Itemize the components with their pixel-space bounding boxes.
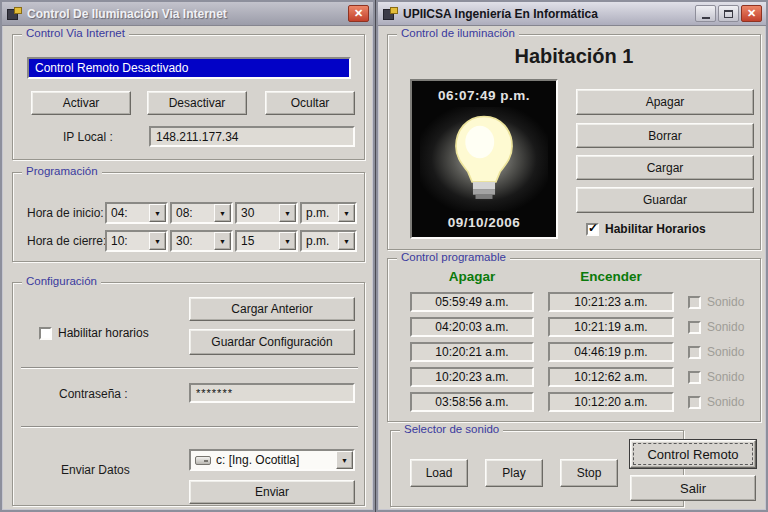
cierre-second-select[interactable]: 15 ▼ xyxy=(235,230,298,252)
group-label: Control de iluminación xyxy=(397,27,519,39)
window-upiicsa: UPIICSA Ingeniería En Informática ✕ Cont… xyxy=(376,0,768,512)
checkbox-box[interactable]: ✓ xyxy=(586,223,599,236)
clock-time: 06:07:49 p.m. xyxy=(412,88,556,103)
lamp-display-panel: 06:07:49 p.m. 09/10/2006 xyxy=(410,79,558,239)
app-icon xyxy=(383,7,398,21)
hora-cierre-label: Hora de cierre: xyxy=(27,234,106,248)
encender-time-field[interactable]: 04:46:19 p.m. xyxy=(548,342,674,362)
apagar-button[interactable]: Apagar xyxy=(576,89,754,115)
group-label: Control programable xyxy=(397,251,510,263)
guardar-button[interactable]: Guardar xyxy=(576,187,754,213)
window-control-iluminacion: Control De Iluminación Via Internet ✕ Co… xyxy=(0,0,375,512)
encender-time-field[interactable]: 10:12:20 a.m. xyxy=(548,392,674,412)
group-configuracion: Configuración Cargar Anterior Habilitar … xyxy=(12,282,365,506)
apagar-time-field[interactable]: 05:59:49 a.m. xyxy=(410,292,534,312)
group-label: Configuración xyxy=(22,275,101,287)
play-button[interactable]: Play xyxy=(485,459,543,487)
chevron-down-icon[interactable]: ▼ xyxy=(279,204,296,222)
cargar-anterior-button[interactable]: Cargar Anterior xyxy=(189,297,355,321)
sonido-checkbox: Sonido xyxy=(688,395,744,409)
encender-time-field[interactable]: 10:21:19 a.m. xyxy=(548,317,674,337)
chevron-down-icon[interactable]: ▼ xyxy=(214,204,231,222)
app-icon xyxy=(7,7,22,21)
close-icon[interactable]: ✕ xyxy=(348,5,369,22)
left-window-title: Control De Iluminación Via Internet xyxy=(27,7,346,21)
password-field[interactable]: ******* xyxy=(189,383,355,403)
guardar-configuracion-button[interactable]: Guardar Configuración xyxy=(189,329,355,355)
cierre-hour-select[interactable]: 10: ▼ xyxy=(105,230,168,252)
habilitar-horarios-checkbox-right[interactable]: ✓ Habilitar Horarios xyxy=(586,222,706,236)
chevron-down-icon[interactable]: ▼ xyxy=(214,232,231,250)
hora-inicio-label: Hora de inicio: xyxy=(27,206,104,220)
group-control-iluminacion: Control de iluminación Habitación 1 06:0… xyxy=(387,34,761,250)
close-icon[interactable]: ✕ xyxy=(741,5,762,22)
sonido-checkbox: Sonido xyxy=(688,370,744,384)
group-label: Selector de sonido xyxy=(400,423,503,435)
column-header-apagar: Apagar xyxy=(410,269,534,284)
group-label: Programación xyxy=(22,165,102,177)
inicio-ampm-select[interactable]: p.m. ▼ xyxy=(300,202,357,224)
minimize-icon[interactable] xyxy=(695,5,716,22)
chevron-down-icon[interactable]: ▼ xyxy=(338,232,355,250)
maximize-icon[interactable] xyxy=(718,5,739,22)
encender-time-field[interactable]: 10:21:23 a.m. xyxy=(548,292,674,312)
divider xyxy=(21,426,358,428)
desactivar-button[interactable]: Desactivar xyxy=(147,91,247,115)
ocultar-button[interactable]: Ocultar xyxy=(265,91,355,115)
status-text: Control Remoto Desactivado xyxy=(35,61,188,75)
cierre-ampm-select[interactable]: p.m. ▼ xyxy=(300,230,357,252)
status-banner: Control Remoto Desactivado xyxy=(27,57,351,79)
group-control-via-internet: Control Via Internet Control Remoto Desa… xyxy=(12,34,365,160)
stop-button[interactable]: Stop xyxy=(560,459,618,487)
sonido-checkbox: Sonido xyxy=(688,295,744,309)
enviar-datos-label: Enviar Datos xyxy=(61,463,130,477)
group-programacion: Programación Hora de inicio: 04: ▼ 08: ▼… xyxy=(12,172,365,262)
clock-date: 09/10/2006 xyxy=(412,215,556,230)
sonido-checkbox: Sonido xyxy=(688,320,744,334)
chevron-down-icon[interactable]: ▼ xyxy=(338,204,355,222)
enviar-button[interactable]: Enviar xyxy=(189,480,355,504)
right-window-title: UPIICSA Ingeniería En Informática xyxy=(403,7,693,21)
column-header-encender: Encender xyxy=(548,269,674,284)
contrasena-label: Contraseña : xyxy=(59,387,128,401)
borrar-button[interactable]: Borrar xyxy=(576,123,754,148)
chevron-down-icon[interactable]: ▼ xyxy=(279,232,296,250)
chevron-down-icon[interactable]: ▼ xyxy=(149,204,166,222)
drive-icon xyxy=(195,456,211,465)
apagar-time-field[interactable]: 03:58:56 a.m. xyxy=(410,392,534,412)
inicio-minute-select[interactable]: 08: ▼ xyxy=(170,202,233,224)
divider xyxy=(21,367,358,369)
apagar-time-field[interactable]: 10:20:23 a.m. xyxy=(410,367,534,387)
sonido-checkbox: Sonido xyxy=(688,345,744,359)
salir-button[interactable]: Salir xyxy=(630,475,756,501)
inicio-second-select[interactable]: 30 ▼ xyxy=(235,202,298,224)
apagar-time-field[interactable]: 10:20:21 a.m. xyxy=(410,342,534,362)
inicio-hour-select[interactable]: 04: ▼ xyxy=(105,202,168,224)
load-button[interactable]: Load xyxy=(410,459,468,487)
control-remoto-button[interactable]: Control Remoto xyxy=(630,440,756,468)
encender-time-field[interactable]: 10:12:62 a.m. xyxy=(548,367,674,387)
room-title: Habitación 1 xyxy=(388,45,760,68)
checkbox-box[interactable] xyxy=(39,327,52,340)
group-label: Control Via Internet xyxy=(22,27,129,39)
check-icon: ✓ xyxy=(588,221,598,235)
group-control-programable: Control programable Apagar Encender 05:5… xyxy=(387,258,761,422)
right-titlebar[interactable]: UPIICSA Ingeniería En Informática ✕ xyxy=(378,2,766,26)
cierre-minute-select[interactable]: 30: ▼ xyxy=(170,230,233,252)
lightbulb-icon xyxy=(450,113,518,205)
ip-label: IP Local : xyxy=(63,130,113,144)
drive-select[interactable]: c: [Ing. Ocotitla] ▼ xyxy=(189,449,355,471)
activar-button[interactable]: Activar xyxy=(31,91,131,115)
chevron-down-icon[interactable]: ▼ xyxy=(149,232,166,250)
ip-field[interactable]: 148.211.177.34 xyxy=(149,126,355,147)
left-titlebar[interactable]: Control De Iluminación Via Internet ✕ xyxy=(2,2,373,26)
cargar-button[interactable]: Cargar xyxy=(576,155,754,180)
apagar-time-field[interactable]: 04:20:03 a.m. xyxy=(410,317,534,337)
chevron-down-icon[interactable]: ▼ xyxy=(336,451,353,469)
habilitar-horarios-checkbox[interactable]: Habilitar horarios xyxy=(39,326,149,340)
